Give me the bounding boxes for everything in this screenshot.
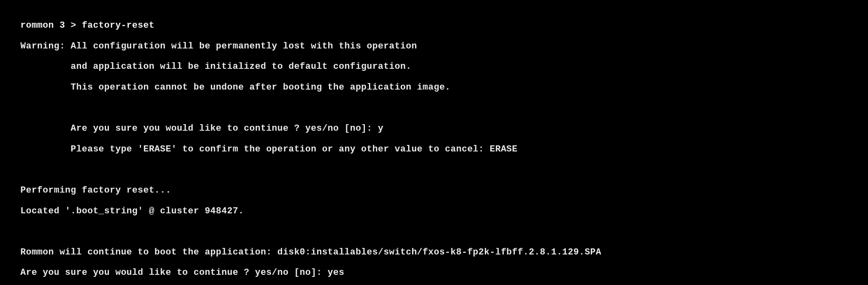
confirm-line-1: Are you sure you would like to continue … — [20, 123, 848, 134]
confirm-line-2: Please type 'ERASE' to confirm the opera… — [20, 144, 848, 154]
performing-line: Performing factory reset... — [20, 185, 848, 195]
warning-line-1: Warning: All configuration will be perma… — [20, 41, 848, 51]
located-line-1: Located '.boot_string' @ cluster 948427. — [20, 206, 848, 216]
warning-line-2: and application will be initialized to d… — [20, 61, 848, 72]
terminal-output: rommon 3 > factory-reset Warning: All co… — [20, 10, 848, 285]
prompt-line: rommon 3 > factory-reset — [20, 20, 848, 31]
warning-line-3: This operation cannot be undone after bo… — [20, 82, 848, 92]
confirm-line-3: Are you sure you would like to continue … — [20, 267, 848, 278]
rommon-boot-line: Rommon will continue to boot the applica… — [20, 247, 848, 257]
